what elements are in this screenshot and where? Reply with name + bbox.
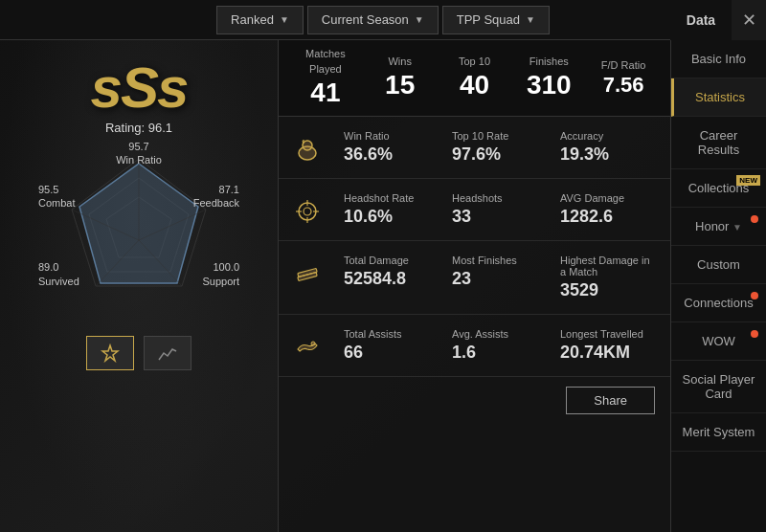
row-win-ratio: Win Ratio 36.6% Top 10 Rate 97.6% Accura…	[279, 117, 670, 179]
ranked-arrow: ▼	[280, 14, 289, 25]
cell-total-damage: Total Damage 52584.8	[336, 251, 444, 304]
cell-longest-travelled: Longest Travelled 20.74KM	[552, 324, 661, 366]
most-finishes-value: 23	[452, 269, 545, 289]
sidebar-item-career-results[interactable]: Career Results	[671, 117, 766, 169]
svg-marker-9	[102, 345, 118, 361]
top10-rate-value: 97.6%	[452, 144, 545, 165]
accuracy-value: 19.3%	[560, 144, 653, 165]
radar-label-feedback: 87.1Feedback	[193, 183, 239, 211]
new-badge: NEW	[736, 175, 760, 186]
cell-headshots: Headshots 33	[444, 188, 552, 231]
row2-cells: Headshot Rate 10.6% Headshots 33 AVG Dam…	[336, 188, 661, 231]
total-damage-value: 52584.8	[344, 269, 437, 289]
stat-fd-ratio: F/D Ratio 7.56	[586, 51, 661, 106]
main-content: sSs Rating: 96.1 95.7Win Ratio 87.1Feedb…	[0, 40, 766, 532]
total-assists-value: 66	[344, 343, 437, 363]
longest-travelled-label: Longest Travelled	[560, 328, 653, 340]
top10-value: 40	[441, 69, 508, 101]
avg-damage-value: 1282.6	[560, 207, 653, 227]
radar-svg	[43, 144, 235, 326]
sidebar-item-social-player-card[interactable]: Social Player Card	[671, 361, 766, 413]
toolbar: Ranked ▼ Current Season ▼ TPP Squad ▼ Da…	[0, 0, 766, 40]
headshots-label: Headshots	[452, 192, 545, 204]
matches-played-value: 41	[292, 77, 359, 109]
wins-label: Wins	[367, 55, 434, 69]
sidebar-item-collections[interactable]: NEW Collections	[671, 169, 766, 208]
stat-wins: Wins 15	[363, 47, 438, 109]
left-panel: sSs Rating: 96.1 95.7Win Ratio 87.1Feedb…	[0, 40, 278, 532]
mode-dropdown[interactable]: TPP Squad ▼	[442, 6, 550, 34]
row-headshot: Headshot Rate 10.6% Headshots 33 AVG Dam…	[279, 179, 670, 241]
wow-red-dot	[751, 330, 758, 338]
cell-total-assists: Total Assists 66	[336, 324, 444, 366]
sidebar-item-connections[interactable]: Connections	[671, 284, 766, 322]
sidebar-item-statistics[interactable]: Statistics	[671, 78, 766, 117]
most-finishes-label: Most Finishes	[452, 255, 545, 266]
ranked-dropdown[interactable]: Ranked ▼	[216, 6, 304, 34]
radar-label-win-ratio: 95.7Win Ratio	[116, 140, 162, 167]
stats-header: Matches Played 41 Wins 15 Top 10 40 Fini…	[279, 40, 670, 117]
chicken-icon	[288, 130, 327, 168]
share-button[interactable]: Share	[566, 387, 655, 414]
cell-top10-rate: Top 10 Rate 97.6%	[444, 126, 552, 168]
share-row: Share	[279, 377, 670, 424]
sidebar-item-wow[interactable]: WOW	[671, 322, 766, 361]
top10-label: Top 10	[441, 55, 508, 69]
player-rating-name: sSs	[91, 59, 188, 117]
headshot-rate-value: 10.6%	[344, 207, 437, 227]
svg-point-13	[304, 208, 311, 215]
top10-rate-label: Top 10 Rate	[452, 130, 545, 142]
avg-assists-label: Avg. Assists	[452, 328, 545, 340]
mode-arrow: ▼	[526, 14, 535, 25]
bottom-icon-bar	[86, 336, 192, 370]
player-rating-label: Rating: 96.1	[105, 121, 172, 135]
sidebar-item-honor[interactable]: Honor ▼	[671, 208, 766, 246]
wins-value: 15	[367, 69, 434, 101]
connections-red-dot	[751, 292, 758, 299]
sidebar-item-basic-info[interactable]: Basic Info	[671, 40, 766, 78]
season-dropdown[interactable]: Current Season ▼	[307, 6, 439, 34]
cell-win-ratio: Win Ratio 36.6%	[336, 126, 444, 168]
sidebar-item-custom[interactable]: Custom	[671, 246, 766, 284]
row-assists: Total Assists 66 Avg. Assists 1.6 Longes…	[279, 315, 670, 377]
chart-icon-button[interactable]	[144, 336, 192, 370]
longest-travelled-value: 20.74KM	[560, 343, 653, 363]
row1-cells: Win Ratio 36.6% Top 10 Rate 97.6% Accura…	[336, 126, 661, 168]
finishes-label: Finishes	[515, 55, 582, 69]
honor-arrow: ▼	[732, 222, 742, 233]
matches-played-label: Matches Played	[292, 47, 359, 77]
close-button[interactable]: ✕	[732, 0, 766, 40]
mode-label: TPP Squad	[457, 12, 520, 27]
star-icon	[101, 344, 120, 363]
radar-label-combat: 95.5Combat	[38, 183, 76, 211]
win-ratio-value: 36.6%	[344, 144, 437, 165]
data-nav-label: Data	[670, 12, 732, 28]
row4-cells: Total Assists 66 Avg. Assists 1.6 Longes…	[336, 324, 661, 366]
cell-avg-damage: AVG Damage 1282.6	[552, 188, 661, 231]
highest-damage-label: Highest Damage in a Match	[560, 255, 653, 277]
svg-point-11	[303, 141, 312, 150]
finishes-value: 310	[515, 69, 582, 101]
bullets-icon	[288, 255, 327, 293]
honor-red-dot	[751, 215, 758, 223]
cell-most-finishes: Most Finishes 23	[444, 251, 552, 304]
content-panel: Matches Played 41 Wins 15 Top 10 40 Fini…	[278, 40, 670, 532]
row3-cells: Total Damage 52584.8 Most Finishes 23 Hi…	[336, 251, 661, 304]
headshot-rate-label: Headshot Rate	[344, 192, 437, 204]
win-ratio-label: Win Ratio	[344, 130, 437, 142]
sidebar-item-merit-system[interactable]: Merit System	[671, 413, 766, 452]
cell-accuracy: Accuracy 19.3%	[552, 126, 661, 168]
fd-ratio-value: 7.56	[590, 73, 657, 98]
right-nav: Data ✕	[670, 0, 766, 40]
stat-matches-played: Matches Played 41	[288, 40, 363, 117]
ranked-label: Ranked	[231, 12, 274, 27]
total-damage-label: Total Damage	[344, 255, 437, 266]
stats-icon-button[interactable]	[86, 336, 134, 370]
cell-headshot-rate: Headshot Rate 10.6%	[336, 188, 444, 231]
svg-point-20	[311, 342, 315, 345]
row-damage: Total Damage 52584.8 Most Finishes 23 Hi…	[279, 241, 670, 315]
stat-top10: Top 10 40	[438, 47, 512, 109]
radar-chart: 95.7Win Ratio 87.1Feedback 100.0Support …	[43, 144, 235, 326]
stat-finishes: Finishes 310	[511, 47, 586, 109]
right-sidebar: Basic Info Statistics Career Results NEW…	[670, 40, 766, 532]
